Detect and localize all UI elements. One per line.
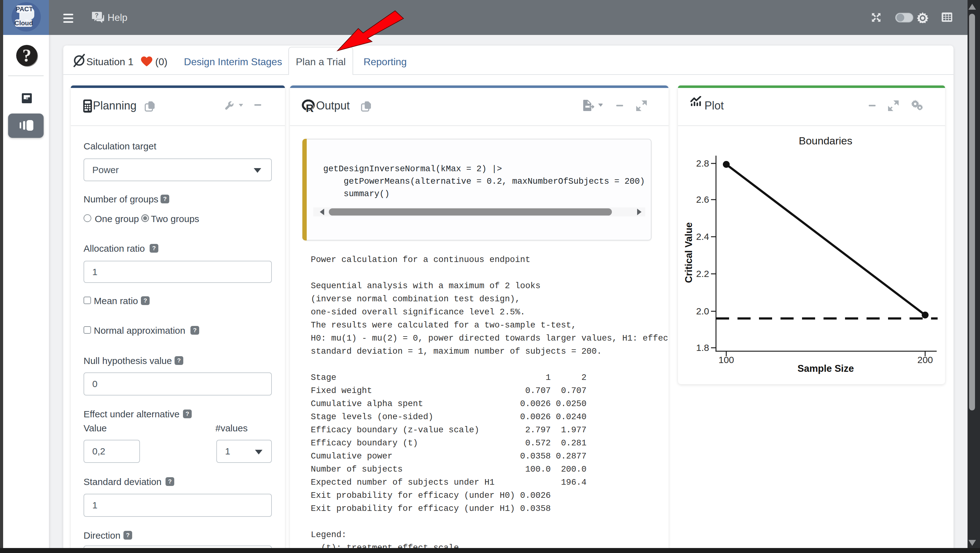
svg-text:2.2: 2.2 <box>696 269 709 279</box>
svg-text:2.6: 2.6 <box>696 194 709 205</box>
svg-text:PACT: PACT <box>16 5 33 13</box>
svg-text:2.0: 2.0 <box>696 306 709 316</box>
svg-text:2.8: 2.8 <box>696 158 709 169</box>
svg-text:?: ? <box>95 12 99 19</box>
svg-text:R: R <box>306 102 313 113</box>
svg-text:Sample Size: Sample Size <box>798 363 854 374</box>
svg-text:Critical Value: Critical Value <box>683 222 694 283</box>
svg-text:100: 100 <box>719 355 734 365</box>
svg-text:2.4: 2.4 <box>696 231 709 242</box>
svg-text:Cloud: Cloud <box>14 19 33 27</box>
svg-text:?: ? <box>22 45 32 65</box>
svg-text:1.8: 1.8 <box>696 343 709 353</box>
svg-text:200: 200 <box>917 355 933 365</box>
